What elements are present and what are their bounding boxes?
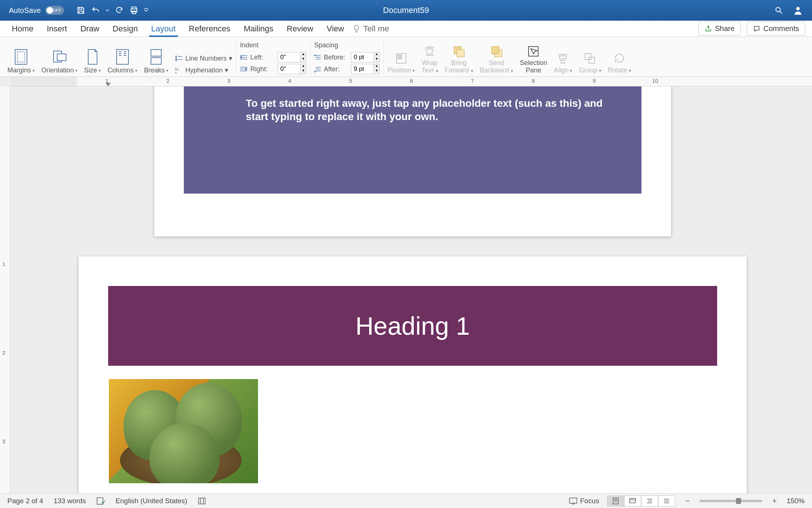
comments-button[interactable]: Comments	[747, 22, 805, 35]
share-button[interactable]: Share	[698, 22, 741, 35]
undo-dropdown-icon[interactable]	[105, 5, 110, 16]
size-button[interactable]: Size▾	[84, 49, 101, 74]
group-indent: Indent Left: ▲▼ Right: ▲▼	[236, 39, 310, 74]
qat-customize-icon[interactable]	[144, 5, 149, 16]
artichoke-image[interactable]	[109, 379, 258, 483]
page-info[interactable]: Page 2 of 4	[7, 497, 43, 505]
stepper-down-icon[interactable]: ▼	[300, 57, 306, 62]
language[interactable]: English (United States)	[116, 497, 187, 505]
breaks-label: Breaks	[144, 67, 165, 74]
svg-point-8	[796, 7, 799, 10]
spacing-before-input[interactable]: ▲▼	[351, 52, 380, 62]
print-icon[interactable]	[129, 5, 139, 16]
wrap-text-button[interactable]: Wrap Text ▾	[422, 45, 438, 74]
view-web-layout[interactable]	[624, 495, 641, 507]
tab-insert[interactable]: Insert	[40, 21, 74, 37]
ribbon-tabs: Home Insert Draw Design Layout Reference…	[0, 21, 812, 37]
indent-left-input[interactable]: ▲▼	[278, 52, 306, 62]
autosave-toggle[interactable]: OFF	[45, 6, 64, 15]
comments-label: Comments	[763, 24, 799, 33]
ruler-indent-marker[interactable]	[106, 83, 111, 86]
tab-mailings[interactable]: Mailings	[237, 21, 280, 37]
group-button[interactable]: Group▾	[579, 52, 601, 74]
ruler-number: 3	[227, 78, 230, 84]
spacing-before-field[interactable]	[351, 54, 374, 61]
position-button[interactable]: Position▾	[388, 52, 415, 74]
bring-forward-button[interactable]: Bring Forward ▾	[445, 45, 473, 74]
zoom-out-button[interactable]: −	[683, 496, 691, 506]
zoom-slider-thumb[interactable]	[736, 498, 741, 504]
heading-1-box[interactable]: Heading 1	[108, 286, 717, 366]
margins-icon	[13, 49, 29, 65]
tab-draw[interactable]: Draw	[74, 21, 106, 37]
stepper-down-icon[interactable]: ▼	[374, 69, 379, 74]
tab-design[interactable]: Design	[106, 21, 144, 37]
title-bar-left: AutoSave OFF	[0, 5, 149, 16]
send-backward-icon	[490, 45, 503, 58]
indent-right-input[interactable]: ▲▼	[278, 64, 306, 74]
breaks-button[interactable]: Breaks▾	[144, 49, 168, 74]
zoom-in-button[interactable]: +	[770, 496, 778, 506]
horizontal-ruler[interactable]: 1 2 3 4 5 6 7 8 9 10	[10, 77, 812, 86]
group-arrange: Position▾ Wrap Text ▾ Bring Forward ▾ Se…	[384, 39, 634, 74]
svg-rect-51	[560, 56, 566, 59]
tab-review[interactable]: Review	[280, 21, 320, 37]
align-button[interactable]: Align▾	[554, 52, 572, 74]
indent-title: Indent	[240, 41, 258, 49]
focus-button[interactable]: Focus	[569, 497, 599, 505]
redo-icon[interactable]	[114, 5, 124, 16]
save-icon[interactable]	[76, 5, 86, 16]
selection-pane-button[interactable]: Selection Pane	[520, 45, 547, 74]
spacing-after-field[interactable]	[351, 65, 374, 73]
chevron-down-icon: ▾	[32, 68, 35, 73]
columns-button[interactable]: Columns▾	[107, 49, 137, 74]
stepper-down-icon[interactable]: ▼	[374, 57, 379, 62]
focus-label: Focus	[580, 497, 599, 505]
svg-rect-64	[630, 498, 636, 503]
ruler-number: 3	[2, 438, 5, 444]
accessibility-icon[interactable]	[197, 497, 206, 505]
view-draft[interactable]	[658, 495, 675, 507]
chevron-down-icon: ▾	[629, 68, 631, 73]
word-count[interactable]: 133 words	[54, 497, 86, 505]
line-numbers-label: Line Numbers	[185, 55, 227, 62]
account-icon[interactable]	[793, 5, 803, 16]
line-numbers-button[interactable]: 12 Line Numbers ▾	[175, 54, 232, 62]
tell-me[interactable]: Tell me	[353, 24, 389, 34]
vertical-ruler[interactable]: 1 2 3	[0, 86, 10, 493]
send-backward-button[interactable]: Send Backward ▾	[480, 45, 513, 74]
tab-view[interactable]: View	[320, 21, 351, 37]
spacing-after-input[interactable]: ▲▼	[351, 64, 380, 74]
indent-left-field[interactable]	[278, 54, 300, 61]
ribbon-body: Margins▾ Orientation▾ Size▾ Columns▾	[0, 37, 812, 77]
search-icon[interactable]	[774, 5, 784, 16]
indent-right-field[interactable]	[278, 65, 300, 73]
rotate-button[interactable]: Rotate▾	[608, 52, 631, 74]
group-icon	[583, 52, 596, 65]
undo-icon[interactable]	[90, 5, 101, 16]
hyphenation-button[interactable]: bca- Hyphenation ▾	[175, 66, 232, 74]
zoom-level[interactable]: 150%	[787, 497, 805, 505]
spellcheck-icon[interactable]	[96, 497, 105, 505]
svg-rect-44	[427, 49, 432, 54]
spacing-before-label: Before:	[324, 54, 348, 61]
size-icon	[85, 49, 101, 65]
ruler-number: 10	[652, 78, 658, 84]
stepper-down-icon[interactable]: ▼	[300, 69, 306, 74]
tab-home[interactable]: Home	[5, 21, 40, 37]
intro-text-box[interactable]: To get started right away, just tap any …	[184, 86, 641, 194]
chevron-down-icon: ▾	[570, 68, 572, 73]
chevron-down-icon: ▾	[229, 54, 232, 62]
svg-rect-12	[17, 52, 25, 62]
view-print-layout[interactable]	[607, 495, 624, 507]
share-icon	[705, 25, 712, 33]
zoom-slider[interactable]	[699, 500, 762, 502]
tab-references[interactable]: References	[182, 21, 237, 37]
autosave-state: OFF	[52, 8, 62, 13]
orientation-button[interactable]: Orientation▾	[41, 49, 78, 74]
margins-button[interactable]: Margins▾	[7, 49, 35, 74]
view-outline[interactable]	[641, 495, 658, 507]
document-canvas[interactable]: To get started right away, just tap any …	[10, 86, 812, 493]
tab-layout[interactable]: Layout	[145, 21, 182, 37]
chevron-down-icon: ▾	[99, 68, 101, 73]
